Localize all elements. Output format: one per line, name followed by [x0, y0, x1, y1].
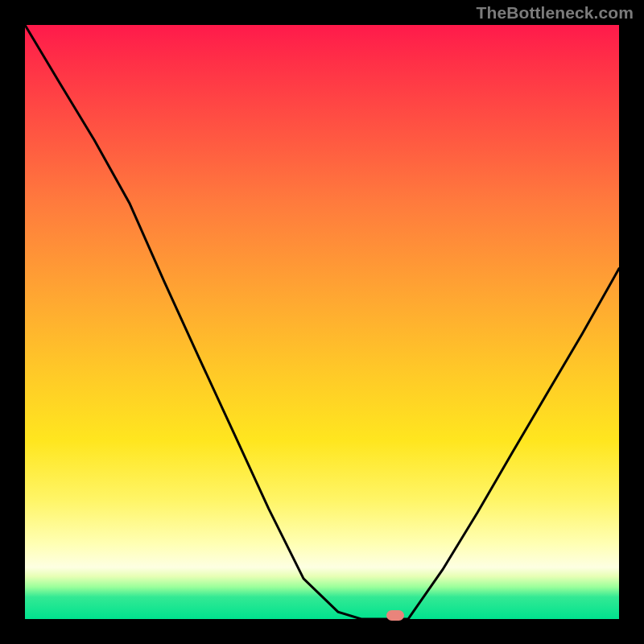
- optimal-point-marker: [386, 610, 404, 621]
- watermark-text: TheBottleneck.com: [477, 3, 634, 23]
- chart-frame: TheBottleneck.com: [0, 0, 644, 644]
- bottleneck-curve: [25, 25, 619, 619]
